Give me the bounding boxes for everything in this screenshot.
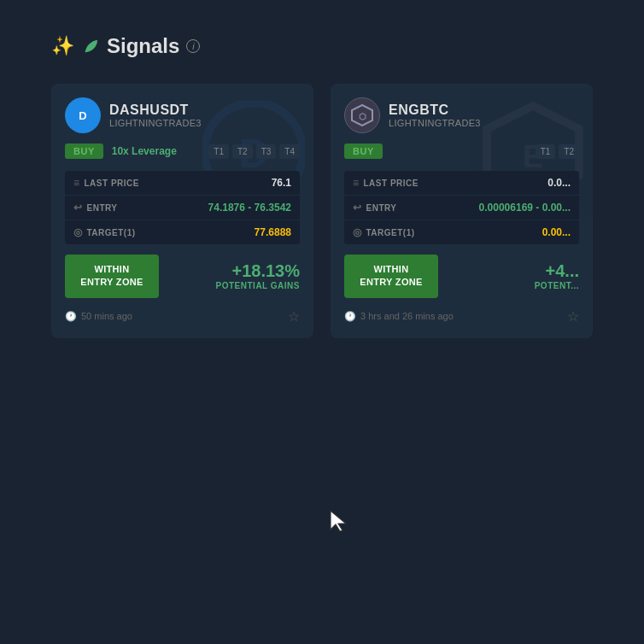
gains-value-dash: +18.13% (216, 261, 300, 281)
tab-t2-eng[interactable]: T2 (559, 144, 579, 159)
clock-icon-dash: 🕐 (65, 311, 77, 322)
card-timestamp-dash: 🕐 50 mins ago ☆ (65, 308, 300, 325)
card-actions-dash: BUY 10x Leverage T1 T2 T3 T4 (65, 143, 300, 159)
svg-text:D: D (79, 109, 86, 122)
signal-card-dashusdt: D D DASHUSDT LIGHTNINGTRADE3 BUY (51, 84, 313, 338)
cards-row: D D DASHUSDT LIGHTNINGTRADE3 BUY (51, 84, 593, 338)
leverage-dash: 10x Leverage (112, 145, 177, 157)
page-title: Signals (107, 34, 179, 58)
card-footer-dash: WITHIN ENTRY ZONE +18.13% POTENTIAL GAIN… (65, 255, 300, 298)
svg-marker-9 (331, 511, 346, 531)
entry-value-eng: 0.00006169 - 0.00... (479, 202, 571, 214)
signals-logo-icon: ✨ (51, 35, 74, 57)
card-header-dashusdt: D DASHUSDT LIGHTNINGTRADE3 (65, 97, 300, 133)
target-icon-dash: ◎ (73, 226, 83, 238)
star-icon-dash[interactable]: ☆ (288, 308, 300, 325)
dash-logo-icon: D (72, 104, 94, 126)
signal-card-engbtc: E ⬡ ENGBTC LIGHTNINGTRADE3 BUY (331, 84, 593, 338)
last-price-label-dash: ≡ LAST PRICE (73, 177, 150, 189)
signals-leaf-icon (81, 37, 100, 56)
coin-source-dash: LIGHTNINGTRADE3 (109, 118, 202, 128)
buy-badge-eng[interactable]: BUY (344, 143, 383, 159)
coin-name-dash: DASHUSDT (109, 102, 202, 118)
svg-text:⬡: ⬡ (359, 112, 366, 121)
gains-label-dash: POTENTIAL GAINS (216, 281, 300, 290)
coin-info-eng: ENGBTC LIGHTNINGTRADE3 (389, 102, 481, 128)
timestamp-dash: 🕐 50 mins ago (65, 311, 132, 322)
info-icon[interactable]: i (186, 39, 200, 53)
entry-zone-button-dash[interactable]: WITHIN ENTRY ZONE (65, 255, 159, 298)
coin-source-eng: LIGHTNINGTRADE3 (389, 118, 481, 128)
target-value-dash: 77.6888 (255, 226, 291, 238)
target-label-dash: ◎ TARGET(1) (73, 226, 150, 238)
mouse-cursor (329, 509, 348, 533)
card-footer-eng: WITHIN ENTRY ZONE +4... POTENT... (344, 255, 579, 298)
page-container: ✨ Signals i D D (0, 0, 644, 372)
target-icon-eng: ◎ (353, 226, 362, 238)
target-row-eng: ◎ TARGET(1) 0.00... (344, 220, 579, 244)
coin-name-eng: ENGBTC (389, 102, 481, 118)
entry-zone-button-eng[interactable]: WITHIN ENTRY ZONE (344, 255, 438, 298)
last-price-label-eng: ≡ LAST PRICE (353, 177, 430, 189)
tab-t4-dash[interactable]: T4 (279, 144, 300, 159)
entry-label-dash: ↩ ENTRY (73, 202, 150, 214)
gains-section-eng: +4... POTENT... (535, 261, 579, 290)
header: ✨ Signals i (51, 34, 593, 58)
buy-badge-dash[interactable]: BUY (65, 143, 103, 159)
target-value-eng: 0.00... (542, 226, 571, 238)
star-icon-eng[interactable]: ☆ (567, 308, 579, 325)
gains-value-eng: +4... (535, 261, 579, 281)
last-price-icon-eng: ≡ (353, 177, 360, 189)
tab-t3-dash[interactable]: T3 (256, 144, 277, 159)
tab-group-dash: T1 T2 T3 T4 (208, 144, 300, 159)
tab-t2-dash[interactable]: T2 (232, 144, 253, 159)
gains-label-eng: POTENT... (535, 281, 579, 290)
entry-icon-dash: ↩ (73, 202, 83, 214)
target-label-eng: ◎ TARGET(1) (353, 226, 430, 238)
last-price-row-eng: ≡ LAST PRICE 0.0... (344, 171, 579, 196)
data-section-eng: ≡ LAST PRICE 0.0... ↩ ENTRY 0.00006169 -… (344, 171, 579, 244)
tab-group-eng: T1 T2 (536, 144, 579, 159)
entry-row-eng: ↩ ENTRY 0.00006169 - 0.00... (344, 196, 579, 220)
card-header-eng: ⬡ ENGBTC LIGHTNINGTRADE3 (344, 97, 579, 133)
eng-logo-icon: ⬡ (351, 104, 373, 126)
last-price-value-eng: 0.0... (547, 177, 571, 189)
data-section-dash: ≡ LAST PRICE 76.1 ↩ ENTRY 74.1876 - 76.3… (65, 171, 300, 244)
card-timestamp-eng: 🕐 3 hrs and 26 mins ago ☆ (344, 308, 579, 325)
entry-icon-eng: ↩ (353, 202, 362, 214)
card-actions-eng: BUY T1 T2 (344, 143, 579, 159)
entry-row-dash: ↩ ENTRY 74.1876 - 76.3542 (65, 196, 300, 220)
tab-t1-dash[interactable]: T1 (208, 144, 229, 159)
coin-icon-eng: ⬡ (344, 97, 380, 133)
last-price-value-dash: 76.1 (272, 177, 291, 189)
target-row-dash: ◎ TARGET(1) 77.6888 (65, 220, 300, 244)
tab-t1-eng[interactable]: T1 (536, 144, 556, 159)
last-price-row-dash: ≡ LAST PRICE 76.1 (65, 171, 300, 196)
coin-info-dash: DASHUSDT LIGHTNINGTRADE3 (109, 102, 202, 128)
entry-label-eng: ↩ ENTRY (353, 202, 430, 214)
entry-value-dash: 74.1876 - 76.3542 (208, 202, 291, 214)
gains-section-dash: +18.13% POTENTIAL GAINS (216, 261, 300, 290)
last-price-icon-dash: ≡ (73, 177, 80, 189)
clock-icon-eng: 🕐 (344, 311, 356, 322)
coin-icon-dash: D (65, 97, 101, 133)
timestamp-eng: 🕐 3 hrs and 26 mins ago (344, 311, 454, 322)
